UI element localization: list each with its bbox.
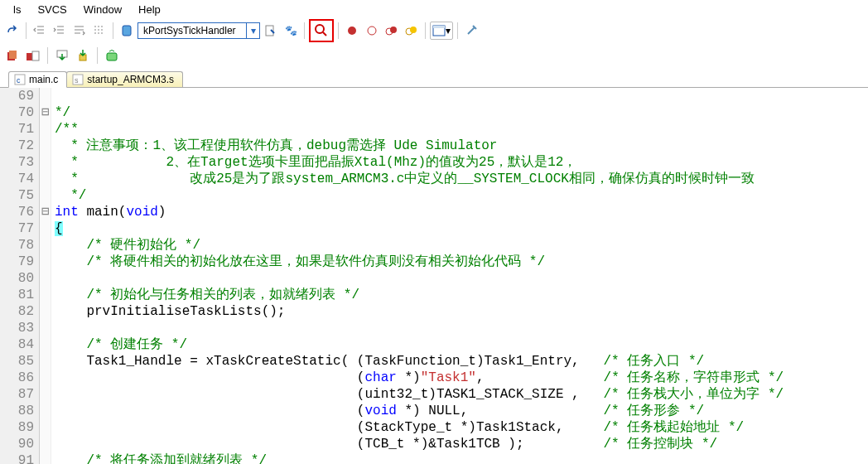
tab-label-inactive: startup_ARMCM3.s (87, 74, 174, 85)
debug-magnify-icon[interactable] (312, 22, 330, 40)
show-guides-icon[interactable] (90, 22, 108, 40)
options-icon[interactable] (103, 46, 121, 65)
window-layout-icon[interactable]: ▾ (430, 22, 453, 40)
svg-rect-14 (32, 51, 39, 60)
svg-rect-0 (123, 26, 131, 36)
show-ws-icon[interactable] (70, 22, 89, 40)
svg-rect-13 (27, 53, 32, 60)
svg-point-8 (410, 27, 417, 33)
build-toolbar (0, 43, 868, 68)
goto-def-icon[interactable] (262, 22, 280, 40)
menu-help[interactable]: Help (132, 2, 167, 17)
redo-icon[interactable] (3, 22, 22, 40)
file-tabs: c main.c s startup_ARMCM3.s (0, 68, 868, 88)
fold-column[interactable]: ⊟ ⊟ (40, 88, 51, 464)
c-file-icon: c (14, 74, 26, 85)
download-flash-icon[interactable] (74, 46, 92, 65)
svg-point-2 (316, 25, 324, 33)
breakpoint-disabled-icon[interactable] (363, 22, 381, 40)
breakpoint-remove-all-icon[interactable] (403, 22, 421, 40)
highlighted-toolbar-item (309, 19, 334, 42)
main-toolbar: kPortSysTickHandler ▾ 🐾 ▾ (0, 18, 868, 43)
menu-svcs[interactable]: SVCS (31, 2, 73, 17)
svg-text:c: c (17, 76, 21, 85)
outdent-icon[interactable] (31, 22, 49, 40)
svg-rect-12 (9, 51, 17, 59)
svg-rect-10 (433, 26, 445, 28)
breakpoint-icon[interactable] (343, 22, 361, 40)
menu-bar: ls SVCS Window Help (0, 0, 868, 18)
tab-label-active: main.c (29, 74, 58, 85)
batch-build-icon[interactable] (24, 46, 42, 65)
svg-point-4 (368, 27, 376, 35)
tab-main-c[interactable]: c main.c (8, 71, 67, 88)
function-combo-text: kPortSysTickHandler (138, 25, 246, 36)
function-combo[interactable]: kPortSysTickHandler ▾ (137, 22, 260, 39)
menu-window[interactable]: Window (77, 2, 128, 17)
code-content[interactable]: */ /** * 注意事项：1、该工程使用软件仿真，debug需选择 Ude S… (51, 88, 868, 464)
svg-point-3 (348, 27, 356, 35)
svg-rect-17 (107, 53, 117, 60)
bookmark-icon[interactable] (118, 22, 136, 40)
indent-icon[interactable] (51, 22, 69, 40)
find-refs-icon[interactable]: 🐾 (282, 22, 300, 40)
chevron-down-icon: ▾ (246, 23, 259, 38)
svg-text:s: s (75, 76, 79, 85)
svg-point-6 (390, 27, 397, 33)
menu-partial[interactable]: ls (7, 2, 27, 17)
asm-file-icon: s (72, 74, 84, 85)
download-icon[interactable] (53, 46, 71, 65)
build-icon[interactable] (3, 46, 22, 65)
breakpoint-disable-all-icon[interactable] (383, 22, 401, 40)
line-number-gutter: 69 70 71 72 73 74 75 76 77 78 79 80 81 8… (0, 88, 40, 464)
code-editor[interactable]: 69 70 71 72 73 74 75 76 77 78 79 80 81 8… (0, 88, 868, 464)
tab-startup[interactable]: s startup_ARMCM3.s (66, 71, 183, 87)
configure-icon[interactable] (462, 22, 480, 40)
